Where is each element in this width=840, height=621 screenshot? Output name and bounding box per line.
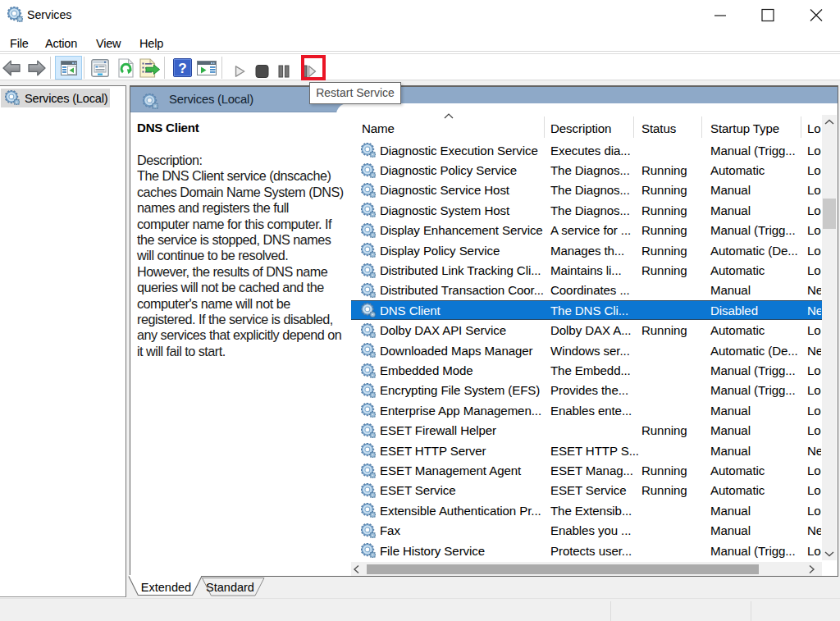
svg-text:Standard: Standard xyxy=(206,581,254,594)
svg-text:?: ? xyxy=(178,61,186,76)
svg-text:Extended: Extended xyxy=(141,581,191,594)
